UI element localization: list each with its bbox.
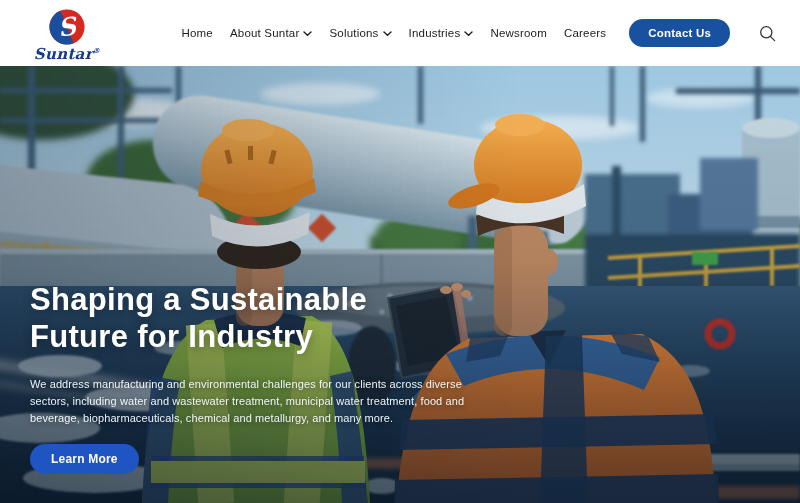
search-button[interactable] [757,23,778,44]
hero-heading-line2: Future for Industry [30,319,313,354]
chevron-down-icon [303,31,312,37]
nav-item-solutions[interactable]: Solutions [329,27,391,39]
search-icon [759,25,776,42]
brand-name: Suntar® [34,47,100,62]
hero-content: Shaping a Sustainable Future for Industr… [30,282,510,474]
contact-us-button[interactable]: Contact Us [629,19,730,47]
brand-logo-icon: S [48,8,86,46]
nav-item-newsroom[interactable]: Newsroom [490,27,547,39]
main-navigation: Home About Suntar Solutions Industries N… [181,19,778,47]
nav-item-home[interactable]: Home [181,27,212,39]
hero-section: Shaping a Sustainable Future for Industr… [0,66,800,503]
top-navbar: S Suntar® Home About Suntar Solutions In… [0,0,800,66]
hero-heading-line1: Shaping a Sustainable [30,282,367,317]
brand-logo[interactable]: S Suntar® [25,8,109,62]
nav-item-about-suntar[interactable]: About Suntar [230,27,313,39]
chevron-down-icon [464,31,473,37]
registered-mark: ® [93,46,100,55]
nav-item-industries[interactable]: Industries [409,27,474,39]
nav-item-careers[interactable]: Careers [564,27,606,39]
chevron-down-icon [383,31,392,37]
hero-heading: Shaping a Sustainable Future for Industr… [30,282,510,355]
hero-description: We address manufacturing and environment… [30,376,492,427]
learn-more-button[interactable]: Learn More [30,444,139,474]
